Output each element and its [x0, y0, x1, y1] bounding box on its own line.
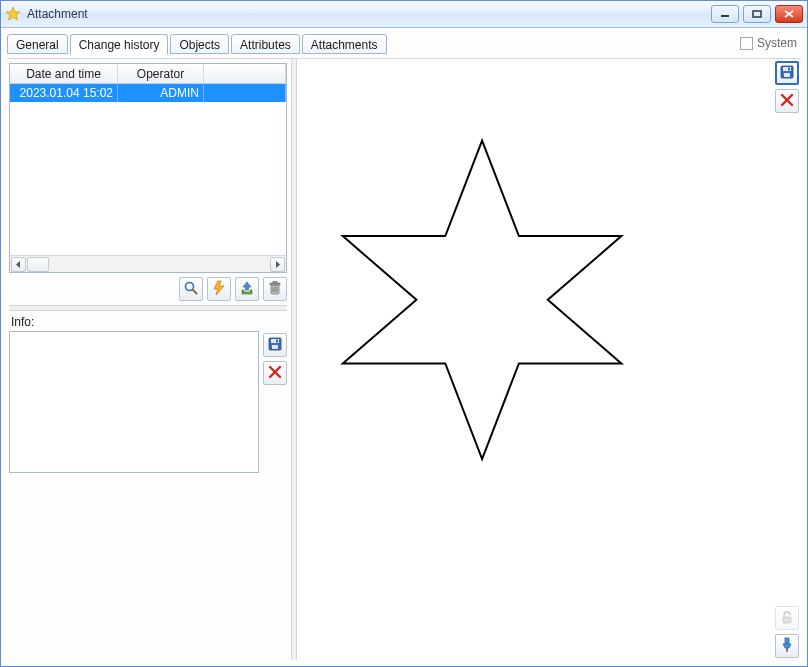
right-pane [297, 59, 801, 660]
history-col-spacer [204, 64, 286, 83]
horizontal-splitter[interactable] [9, 305, 287, 311]
history-col-operator[interactable]: Operator [118, 64, 204, 83]
svg-marker-7 [214, 281, 224, 295]
info-label: Info: [11, 315, 287, 329]
info-textarea[interactable] [9, 331, 259, 473]
tab-change-history[interactable]: Change history [70, 34, 169, 55]
svg-rect-25 [785, 638, 789, 644]
system-checkbox[interactable] [740, 37, 753, 50]
scroll-left-button[interactable] [11, 257, 26, 272]
svg-marker-8 [243, 282, 251, 290]
svg-rect-23 [788, 67, 790, 70]
upload-icon [239, 280, 255, 299]
flash-button[interactable] [207, 277, 231, 301]
scroll-right-button[interactable] [270, 257, 285, 272]
svg-marker-19 [343, 141, 622, 459]
svg-rect-22 [784, 73, 790, 77]
save-icon [779, 64, 795, 83]
svg-rect-11 [273, 281, 277, 283]
scroll-thumb[interactable] [27, 257, 49, 272]
svg-rect-2 [753, 11, 761, 17]
tab-general[interactable]: General [7, 34, 68, 54]
history-cell-operator: ADMIN [118, 84, 204, 102]
unlock-button [775, 606, 799, 630]
pin-icon [779, 637, 795, 656]
history-grid[interactable]: Date and time Operator 2023.01.04 15:02 … [9, 63, 287, 273]
history-cell-date: 2023.01.04 15:02 [10, 84, 118, 102]
svg-point-5 [186, 282, 194, 290]
close-button[interactable] [775, 5, 803, 23]
svg-marker-4 [276, 261, 280, 268]
history-col-date[interactable]: Date and time [10, 64, 118, 83]
tab-strip: General Change history Objects Attribute… [7, 32, 801, 54]
minimize-button[interactable] [711, 5, 739, 23]
preview-top-toolbar [775, 61, 799, 113]
history-toolbar [9, 273, 287, 303]
info-delete-button[interactable] [263, 361, 287, 385]
tab-attachments[interactable]: Attachments [302, 34, 387, 54]
trash-button[interactable] [263, 277, 287, 301]
scroll-track[interactable] [27, 257, 269, 272]
left-pane: Date and time Operator 2023.01.04 15:02 … [7, 59, 291, 660]
svg-line-6 [193, 289, 198, 294]
tab-attributes[interactable]: Attributes [231, 34, 300, 54]
history-cell-spacer [204, 84, 286, 102]
attachment-preview [303, 61, 769, 658]
title-bar: Attachment [1, 1, 807, 28]
maximize-button[interactable] [743, 5, 771, 23]
history-grid-header: Date and time Operator [10, 64, 286, 84]
preview-bottom-toolbar [775, 606, 799, 658]
preview-save-button[interactable] [775, 61, 799, 85]
window-title: Attachment [27, 7, 88, 21]
history-hscrollbar[interactable] [10, 255, 286, 272]
unlock-icon [779, 609, 795, 628]
flash-icon [211, 280, 227, 299]
svg-rect-24 [783, 617, 791, 623]
history-row[interactable]: 2023.01.04 15:02 ADMIN [10, 84, 286, 102]
star-icon [5, 6, 21, 22]
tab-objects[interactable]: Objects [170, 34, 229, 54]
history-grid-body[interactable]: 2023.01.04 15:02 ADMIN [10, 84, 286, 255]
pin-button[interactable] [775, 634, 799, 658]
info-save-button[interactable] [263, 333, 287, 357]
trash-icon [267, 280, 283, 299]
upload-button[interactable] [235, 277, 259, 301]
delete-icon [268, 365, 282, 382]
search-icon [183, 280, 199, 299]
svg-marker-0 [6, 7, 20, 20]
system-checkbox-label: System [757, 36, 797, 50]
save-icon [267, 336, 283, 355]
info-side-toolbar [263, 331, 287, 656]
preview-delete-button[interactable] [775, 89, 799, 113]
delete-icon [780, 93, 794, 110]
svg-rect-1 [721, 15, 729, 17]
system-checkbox-area: System [740, 36, 797, 50]
svg-marker-3 [16, 261, 20, 268]
svg-marker-26 [783, 644, 791, 648]
svg-rect-17 [272, 345, 278, 349]
search-button[interactable] [179, 277, 203, 301]
svg-rect-18 [276, 339, 278, 342]
